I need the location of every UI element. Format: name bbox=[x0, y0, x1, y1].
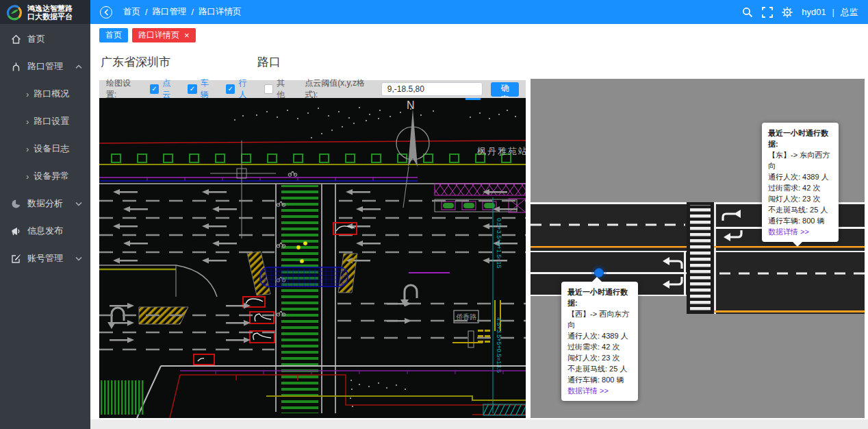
breadcrumb-junction-detail[interactable]: 路口详情页 bbox=[199, 6, 242, 18]
sidebar-item-label: 路口管理 bbox=[27, 60, 63, 73]
threshold-label: 点云阈值(x,y,z格式): bbox=[305, 77, 376, 101]
sidebar-item-label: 路口设置 bbox=[34, 115, 69, 127]
checkbox-icon[interactable] bbox=[264, 84, 274, 94]
checkbox-pedestrians[interactable]: 行人 bbox=[226, 77, 255, 101]
breadcrumb-separator: / bbox=[191, 8, 193, 17]
zebra-crossing bbox=[690, 205, 711, 311]
user-role: 总监 bbox=[841, 6, 858, 19]
tab-junction-detail[interactable]: 路口详情页 × bbox=[132, 28, 196, 42]
checkbox-label: 其他 bbox=[277, 77, 292, 101]
platform-title: 鸿逸达智慧路 口大数据平台 bbox=[27, 4, 73, 21]
sidebar-item-label: 信息发布 bbox=[27, 225, 63, 237]
tooltip-row: 不走斑马线: 25 人 bbox=[768, 204, 832, 215]
tooltip-direction: 【东】-> 东向西方向 bbox=[768, 149, 832, 171]
checkbox-vehicles[interactable]: 车辆 bbox=[188, 77, 216, 101]
tooltip-row: 通行人次: 4389 人 bbox=[768, 171, 832, 182]
breadcrumb: 首页 / 路口管理 / 路口详情页 bbox=[123, 6, 241, 18]
tab-home[interactable]: 首页 bbox=[99, 28, 128, 42]
submenu-arrow-icon: › bbox=[26, 117, 29, 127]
pie-chart-icon bbox=[11, 199, 21, 209]
megaphone-icon bbox=[11, 226, 21, 236]
tooltip-title: 最近一小时通行数据: bbox=[768, 127, 832, 149]
breadcrumb-separator: / bbox=[145, 8, 147, 17]
tooltip-pointer bbox=[591, 271, 602, 282]
sidebar-item-label: 首页 bbox=[27, 33, 45, 45]
dimension-text-lower: 4.5+3.5+5+0.5=13.5 bbox=[496, 317, 502, 373]
data-detail-link[interactable]: 数据详情 >> bbox=[768, 226, 832, 237]
tooltip-pointer bbox=[792, 241, 803, 252]
point-cloud-canvas[interactable]: 枫丹雅苑站 N bbox=[99, 98, 526, 418]
bus-detection-wireframe bbox=[260, 267, 348, 286]
username[interactable]: hyd01 bbox=[802, 7, 826, 17]
sidebar-item-device-anomaly[interactable]: › 设备异常 bbox=[0, 162, 90, 190]
point-cloud-panel: 绘图设置: 点云 车辆 行人 其他 点云阈值(x,y,z格式): bbox=[99, 80, 526, 418]
tooltip-row: 闯灯人次: 23 次 bbox=[768, 193, 832, 204]
page-title: 广东省深圳市 路口 bbox=[101, 54, 854, 71]
submenu-arrow-icon: › bbox=[26, 144, 29, 154]
checkbox-icon[interactable] bbox=[150, 84, 159, 94]
sidebar-item-label: 设备异常 bbox=[34, 170, 69, 182]
sidebar-item-label: 数据分析 bbox=[27, 197, 63, 210]
app-window: 鸿逸达智慧路 口大数据平台 首页 / 路口管理 / 路口详情页 bbox=[0, 0, 868, 429]
cyan-hatch-area bbox=[483, 404, 526, 415]
submenu-arrow-icon: › bbox=[26, 171, 29, 182]
sidebar-item-label: 账号管理 bbox=[27, 252, 63, 265]
settings-gear-icon[interactable] bbox=[782, 7, 793, 18]
traffic-tooltip-west: 最近一小时通行数据: 【西】-> 西向东方向 通行人次: 4389 人 过街需求… bbox=[561, 282, 638, 401]
tab-label: 首页 bbox=[105, 29, 122, 41]
fullscreen-icon[interactable] bbox=[762, 7, 773, 18]
sidebar-item-junction-settings[interactable]: › 路口设置 bbox=[0, 108, 90, 135]
tab-close-icon[interactable]: × bbox=[184, 31, 190, 40]
tooltip-row: 不走斑马线: 25 人 bbox=[567, 363, 632, 374]
home-icon bbox=[11, 34, 21, 45]
sidebar-item-label: 路口概况 bbox=[34, 88, 69, 100]
sidebar-item-info-publish[interactable]: 信息发布 bbox=[0, 217, 90, 245]
region-title: 广东省深圳市 bbox=[101, 56, 170, 69]
road-simulation-panel: 最近一小时通行数据: 【东】-> 东向西方向 通行人次: 4389 人 过街需求… bbox=[531, 79, 865, 418]
checkbox-point-cloud[interactable]: 点云 bbox=[150, 77, 179, 101]
checkbox-label: 车辆 bbox=[201, 77, 216, 101]
top-bar: 鸿逸达智慧路 口大数据平台 首页 / 路口管理 / 路口详情页 bbox=[0, 0, 868, 24]
sidebar-item-home[interactable]: 首页 bbox=[0, 25, 90, 53]
checkbox-icon[interactable] bbox=[188, 84, 196, 94]
chevron-down-icon bbox=[75, 256, 82, 261]
north-letter: N bbox=[407, 99, 415, 111]
user-role-separator: | bbox=[832, 7, 834, 17]
cad-intersection-map: 枫丹雅苑站 N bbox=[99, 98, 526, 418]
tab-label: 路口详情页 bbox=[138, 29, 179, 41]
search-icon[interactable] bbox=[742, 7, 753, 18]
main-content: 首页 路口详情页 × 广东省深圳市 路口 绘图设置: 点云 车辆 bbox=[90, 24, 868, 429]
tooltip-row: 通行车辆: 800 辆 bbox=[567, 374, 632, 385]
data-detail-link[interactable]: 数据详情 >> bbox=[567, 385, 632, 396]
draw-settings-toolbar: 绘图设置: 点云 车辆 行人 其他 点云阈值(x,y,z格式): bbox=[99, 80, 526, 98]
checkbox-icon[interactable] bbox=[226, 84, 235, 94]
tooltip-title: 最近一小时通行数据: bbox=[567, 286, 632, 308]
green-crosswalk-hatch bbox=[281, 185, 318, 413]
back-button[interactable] bbox=[100, 6, 112, 19]
tooltip-row: 通行人次: 4389 人 bbox=[567, 330, 632, 341]
cad-selection-bar bbox=[465, 98, 481, 100]
logo-block: 鸿逸达智慧路 口大数据平台 bbox=[0, 0, 90, 24]
chevron-left-icon bbox=[104, 9, 109, 16]
breadcrumb-junction-management[interactable]: 路口管理 bbox=[152, 6, 186, 18]
checkbox-other[interactable]: 其他 bbox=[264, 77, 293, 101]
confirm-button[interactable]: 确定 bbox=[491, 82, 519, 97]
sidebar-item-data-analysis[interactable]: 数据分析 bbox=[0, 190, 90, 217]
checkbox-label: 行人 bbox=[238, 77, 254, 101]
sidebar-item-device-logs[interactable]: › 设备日志 bbox=[0, 135, 90, 162]
chevron-up-icon bbox=[75, 64, 82, 69]
sidebar-item-account-management[interactable]: 账号管理 bbox=[0, 245, 90, 272]
chevron-down-icon bbox=[75, 201, 82, 206]
breadcrumb-home[interactable]: 首页 bbox=[123, 6, 140, 18]
tooltip-direction: 【西】-> 西向东方向 bbox=[567, 308, 632, 330]
sidebar: 首页 路口管理 › 路口概况 › 路口设置 › 设备日志 bbox=[0, 24, 90, 429]
edit-square-icon bbox=[11, 254, 21, 264]
threshold-input[interactable] bbox=[381, 82, 483, 96]
sidebar-item-junction-management[interactable]: 路口管理 bbox=[0, 53, 90, 80]
road-fork-icon bbox=[11, 62, 21, 72]
tooltip-row: 闯灯人次: 23 次 bbox=[567, 352, 632, 363]
checkbox-label: 点云 bbox=[162, 77, 178, 101]
traffic-tooltip-east: 最近一小时通行数据: 【东】-> 东向西方向 通行人次: 4389 人 过街需求… bbox=[762, 123, 839, 242]
submenu-arrow-icon: › bbox=[26, 89, 29, 99]
sidebar-item-junction-overview[interactable]: › 路口概况 bbox=[0, 80, 90, 108]
